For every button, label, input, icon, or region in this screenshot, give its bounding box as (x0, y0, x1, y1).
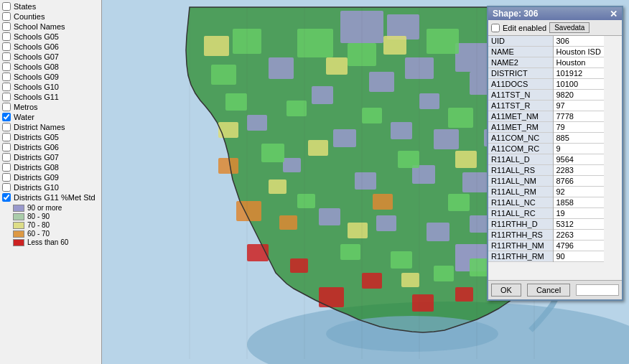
label-districts-g11: Districts G11 %Met Std (14, 193, 95, 202)
info-field-value: 9820 (553, 90, 604, 101)
label-schools-g11: Schools G11 (14, 93, 59, 101)
map-area[interactable]: ☞ Shape: 306 ✕ Edit enabled Savedata UID… (102, 0, 629, 364)
checkbox-districts-g08[interactable] (2, 163, 11, 172)
checkbox-districts-g07[interactable] (2, 153, 11, 162)
label-water: Water (14, 113, 34, 121)
checkbox-water[interactable] (2, 113, 11, 121)
checkbox-districts-g06[interactable] (2, 143, 11, 151)
label-counties: Counties (14, 12, 45, 21)
sidebar-item-schools-g09[interactable]: Schools G09 (0, 72, 101, 82)
svg-rect-57 (401, 273, 419, 287)
legend-label: 70 - 80 (27, 221, 50, 229)
sidebar-item-districts-g08[interactable]: Districts G08 (0, 162, 101, 172)
info-field-value: 885 (553, 133, 604, 144)
info-field-key: R11RTHH_NM (488, 241, 553, 251)
svg-rect-47 (326, 57, 348, 75)
cancel-button[interactable]: Cancel (527, 284, 570, 297)
checkbox-schools-g11[interactable] (2, 93, 11, 101)
info-table-row: R11RTHH_D5312 (488, 219, 604, 230)
legend-color-box (13, 230, 24, 238)
info-table-row: A11TST_N9820 (488, 90, 604, 101)
svg-rect-38 (398, 151, 419, 168)
svg-rect-61 (373, 194, 393, 210)
sidebar-item-water[interactable]: Water (0, 112, 101, 122)
info-field-value: 92 (553, 187, 604, 197)
edit-enabled-checkbox[interactable] (491, 24, 500, 32)
sidebar-item-counties[interactable]: Counties (0, 11, 101, 22)
info-table-row: R11ALL_RS2283 (488, 165, 604, 176)
sidebar-item-districts-g05[interactable]: Districts G05 (0, 132, 101, 142)
checkbox-districts-g10[interactable] (2, 183, 11, 192)
svg-rect-33 (286, 101, 307, 116)
svg-rect-45 (434, 266, 454, 281)
info-table-row: R11ALL_NM8766 (488, 176, 604, 187)
sidebar-item-schools-g07[interactable]: Schools G07 (0, 52, 101, 62)
info-field-value: 4796 (553, 241, 604, 251)
save-data-button[interactable]: Savedata (549, 22, 590, 33)
svg-rect-41 (448, 194, 470, 211)
info-table-row: A11COM_NC885 (488, 133, 604, 144)
sidebar-item-schools-g06[interactable]: Schools G06 (0, 42, 101, 52)
svg-rect-18 (283, 158, 301, 172)
checkbox-school-names[interactable] (2, 22, 11, 31)
checkbox-metros[interactable] (2, 103, 11, 111)
checkbox-schools-g07[interactable] (2, 52, 11, 61)
svg-rect-30 (211, 65, 236, 85)
checkbox-schools-g06[interactable] (2, 42, 11, 51)
checkbox-states[interactable] (2, 2, 11, 11)
svg-rect-66 (319, 287, 344, 307)
legend-label: 60 - 70 (27, 230, 50, 238)
info-field-key: A11COM_NC (488, 133, 553, 144)
sidebar-item-districts-g09[interactable]: Districts G09 (0, 172, 101, 182)
sidebar-item-districts-g07[interactable]: Districts G07 (0, 152, 101, 162)
info-field-key: R11ALL_D (488, 154, 553, 165)
checkbox-schools-g09[interactable] (2, 73, 11, 81)
info-field-value: 5312 (553, 219, 604, 230)
sidebar-item-states[interactable]: States (0, 1, 101, 11)
info-panel-title: Shape: 306 (493, 9, 538, 19)
sidebar-item-schools-g08[interactable]: Schools G08 (0, 62, 101, 72)
sidebar-item-schools-g05[interactable]: Schools G05 (0, 32, 101, 42)
info-field-key: R11RTHH_D (488, 219, 553, 230)
ok-button[interactable]: OK (491, 284, 521, 297)
svg-rect-12 (247, 115, 267, 131)
checkbox-districts-g05[interactable] (2, 133, 11, 141)
svg-rect-28 (297, 29, 333, 57)
sidebar-item-district-names[interactable]: District Names (0, 122, 101, 132)
info-table-row: R11ALL_NC1858 (488, 197, 604, 208)
legend-item: 60 - 70 (13, 230, 98, 238)
sidebar-item-metros[interactable]: Metros (0, 102, 101, 112)
svg-rect-25 (427, 223, 449, 241)
label-schools-g09: Schools G09 (14, 73, 59, 81)
info-field-key: A11TST_R (488, 101, 553, 111)
svg-rect-65 (362, 273, 382, 289)
info-field-key: A11MET_NM (488, 111, 553, 122)
svg-rect-59 (218, 158, 238, 174)
info-panel-header: Shape: 306 ✕ (488, 7, 622, 20)
svg-rect-34 (448, 108, 473, 128)
label-states: States (14, 2, 36, 11)
svg-rect-13 (333, 129, 356, 147)
svg-rect-49 (218, 122, 238, 138)
checkbox-schools-g05[interactable] (2, 32, 11, 41)
legend-label: Less than 60 (27, 238, 68, 246)
sidebar-item-schools-g11[interactable]: Schools G11 (0, 92, 101, 102)
sidebar-item-districts-g10[interactable]: Districts G10 (0, 182, 101, 192)
svg-rect-46 (204, 36, 229, 56)
sidebar-item-schools-g10[interactable]: Schools G10 (0, 82, 101, 92)
legend-item: 90 or more (13, 204, 98, 212)
close-icon[interactable]: ✕ (610, 9, 618, 19)
checkbox-schools-g10[interactable] (2, 83, 11, 91)
checkbox-districts-g09[interactable] (2, 173, 11, 182)
checkbox-counties[interactable] (2, 12, 11, 21)
info-field-value: 101912 (553, 68, 604, 79)
label-schools-g08: Schools G08 (14, 62, 59, 71)
checkbox-district-names[interactable] (2, 123, 11, 131)
sidebar-item-districts-g06[interactable]: Districts G06 (0, 142, 101, 152)
checkbox-schools-g08[interactable] (2, 62, 11, 71)
sidebar-item-school-names[interactable]: School Names (0, 22, 101, 32)
sidebar-item-districts-g11[interactable]: Districts G11 %Met Std (0, 192, 101, 202)
svg-rect-48 (383, 36, 406, 55)
svg-rect-29 (427, 29, 459, 54)
checkbox-districts-g11[interactable] (2, 193, 11, 202)
